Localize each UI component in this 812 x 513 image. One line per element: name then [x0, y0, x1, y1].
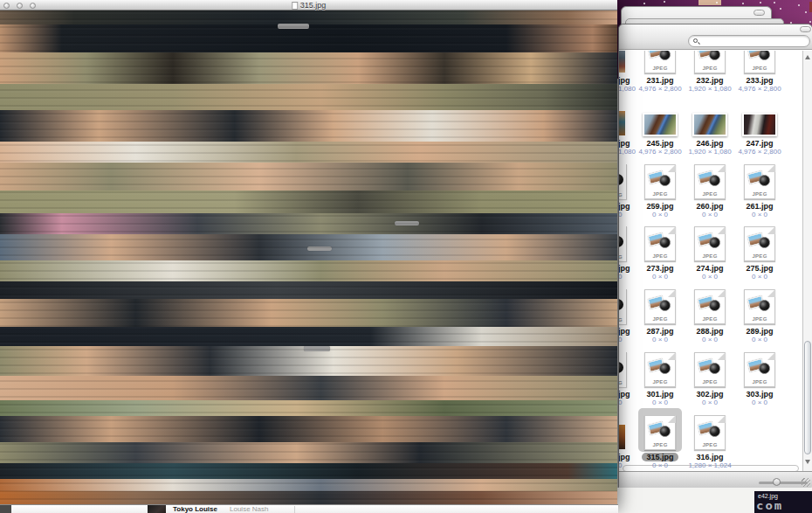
- glitch-band: [0, 84, 617, 110]
- page-fold: [718, 164, 726, 172]
- file-item-partial-icon[interactable]: G: [619, 226, 627, 261]
- jpeg-file-icon[interactable]: JPEG: [744, 352, 775, 387]
- music-row-block: [0, 505, 11, 513]
- jpeg-file-icon[interactable]: JPEG: [694, 289, 726, 324]
- star-dot: [774, 2, 775, 3]
- file-name: 246.jpg: [685, 140, 734, 148]
- star-dot: [742, 3, 744, 4]
- star-dot: [760, 2, 761, 3]
- corner-logo: com: [756, 501, 783, 511]
- image-viewer-window: 315.jpg: [0, 0, 617, 504]
- camera-lens-icon: [709, 51, 720, 60]
- jpeg-badge-fragment: G: [619, 380, 626, 385]
- glitch-artifact: [304, 346, 330, 351]
- resize-grip[interactable]: [802, 478, 810, 487]
- camera-lens-icon: [619, 299, 623, 310]
- file-name: 301.jpg: [636, 391, 685, 399]
- scroll-down-icon[interactable]: [805, 460, 810, 464]
- file-item-partial-icon[interactable]: [619, 425, 627, 449]
- close-button[interactable]: [3, 3, 10, 9]
- page-fold: [668, 226, 676, 234]
- file-name-fragment: jpg: [619, 140, 637, 148]
- glitch-band: [0, 299, 617, 327]
- camera-lens-icon: [619, 174, 623, 185]
- file-name: 302.jpg: [685, 391, 734, 399]
- glitch-band: [0, 491, 617, 504]
- jpeg-file-icon[interactable]: JPEG: [694, 415, 726, 450]
- jpeg-file-icon[interactable]: JPEG: [744, 289, 775, 324]
- jpeg-file-icon[interactable]: JPEG: [744, 164, 775, 199]
- jpeg-file-icon[interactable]: JPEG: [744, 51, 775, 73]
- zoom-button[interactable]: [30, 3, 36, 9]
- music-row[interactable]: Tokyo Louise Louise Nash: [0, 504, 618, 513]
- file-dimensions: 1,920 × 1,080: [682, 86, 738, 93]
- vertical-scrollbar[interactable]: [802, 51, 812, 473]
- file-name: 261.jpg: [735, 203, 784, 211]
- jpeg-badge-fragment: G: [619, 192, 626, 198]
- glitch-band: [0, 400, 617, 416]
- track-artist: Louise Nash: [230, 506, 268, 513]
- title-bar[interactable]: 315.jpg: [0, 0, 617, 10]
- glitch-band: [0, 52, 617, 84]
- jpeg-file-icon[interactable]: JPEG: [694, 226, 726, 261]
- file-name: 289.jpg: [735, 328, 784, 336]
- jpeg-file-icon[interactable]: JPEG: [644, 415, 676, 450]
- file-dimensions: 0 × 0: [682, 211, 738, 218]
- photo-thumbnail[interactable]: [742, 113, 777, 136]
- album-art: [148, 505, 166, 513]
- file-name: 288.jpg: [685, 328, 734, 336]
- photo-thumbnail[interactable]: [643, 113, 678, 136]
- jpeg-badge-label: JPEG: [645, 442, 675, 447]
- glitched-image: [0, 10, 617, 504]
- jpeg-file-icon[interactable]: JPEG: [644, 352, 676, 387]
- star-dot: [716, 2, 718, 3]
- camera-lens-icon: [709, 426, 720, 437]
- jpeg-file-icon[interactable]: JPEG: [644, 164, 676, 199]
- file-dimensions: 0 × 0: [732, 336, 788, 343]
- jpeg-file-icon[interactable]: JPEG: [694, 51, 726, 73]
- jpeg-badge-label: JPEG: [695, 253, 725, 259]
- search-input[interactable]: [701, 37, 804, 46]
- toolbar-toggle-button[interactable]: [754, 10, 765, 16]
- jpeg-file-icon[interactable]: JPEG: [694, 352, 726, 387]
- star-dot: [664, 1, 665, 3]
- file-item-partial-icon[interactable]: G: [619, 164, 627, 199]
- camera-lens-icon: [659, 237, 671, 248]
- glitch-band: [0, 281, 617, 299]
- jpeg-file-icon[interactable]: JPEG: [644, 51, 676, 73]
- page-fold: [767, 164, 775, 172]
- file-item-partial-icon[interactable]: G: [619, 352, 627, 387]
- toolbar-toggle-button[interactable]: [800, 26, 811, 32]
- jpeg-file-icon[interactable]: JPEG: [644, 226, 676, 261]
- file-name: 231.jpg: [636, 77, 685, 85]
- slider-knob[interactable]: [773, 478, 781, 486]
- scrollbar-thumb[interactable]: [804, 341, 811, 454]
- file-dimensions: 0 × 0: [682, 336, 738, 343]
- search-icon: [693, 38, 698, 43]
- file-name: 259.jpg: [636, 203, 685, 211]
- jpeg-file-icon[interactable]: JPEG: [744, 226, 775, 261]
- file-item-partial-icon[interactable]: [619, 111, 627, 135]
- camera-lens-icon: [709, 363, 720, 374]
- glitch-band: [0, 442, 617, 463]
- file-name: 233.jpg: [735, 77, 784, 85]
- jpeg-file-icon[interactable]: JPEG: [644, 289, 676, 324]
- camera-lens-icon: [709, 237, 720, 248]
- scroll-up-icon[interactable]: [805, 55, 810, 59]
- photo-thumbnail[interactable]: [692, 113, 727, 136]
- file-name: 303.jpg: [735, 391, 784, 399]
- camera-lens-icon: [659, 175, 671, 186]
- file-item-partial-icon[interactable]: [619, 51, 627, 73]
- glitch-band: [0, 142, 617, 163]
- file-item-partial-icon[interactable]: G: [619, 289, 627, 324]
- corner-image: e42.jpg com: [754, 491, 812, 513]
- camera-lens-icon: [759, 363, 770, 374]
- search-field[interactable]: [688, 35, 810, 47]
- icon-size-slider[interactable]: [759, 482, 808, 484]
- minimize-button[interactable]: [17, 3, 23, 9]
- window-title: 315.jpg: [300, 0, 327, 10]
- file-dimensions: 0 × 0: [682, 274, 738, 281]
- jpeg-badge-label: JPEG: [745, 379, 774, 385]
- jpeg-file-icon[interactable]: JPEG: [694, 164, 726, 199]
- jpeg-badge-label: JPEG: [645, 191, 675, 197]
